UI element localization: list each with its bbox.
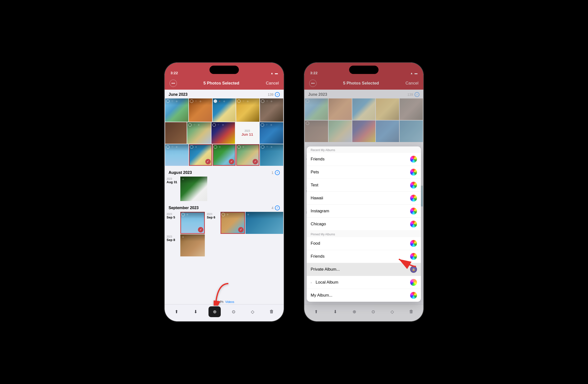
sep-check-1[interactable]: ✓: [275, 205, 280, 210]
album-color-icon: [410, 195, 417, 202]
bottom-toolbar-1: ⬆ ⬇ ⊕ ⊙ ◇ 🗑: [165, 304, 284, 321]
wifi-icon-1: ▲: [271, 72, 273, 75]
download-button-1[interactable]: ⬇: [189, 306, 202, 317]
photo-count-label: 591 Ph Videos: [165, 300, 284, 304]
sep-title-1: September 2023: [168, 206, 199, 210]
popup-item-chicago[interactable]: Chicago: [307, 218, 421, 231]
photo-cell-selected[interactable]: ◇ ✓: [236, 144, 259, 166]
photo-cell[interactable]: ♡ ◇: [260, 144, 283, 166]
sep6-label: 2023 Sep 6: [205, 212, 220, 234]
photo-cell[interactable]: ♡ ◇: [165, 122, 187, 144]
tag-icon: ◇: [226, 213, 229, 216]
photo-cell[interactable]: ♡ ◇: [187, 122, 211, 144]
trash-icon-1: 🗑: [270, 309, 274, 314]
share-button-1[interactable]: ⬆: [170, 306, 183, 317]
popup-item-private-album[interactable]: Private Album... 🔒: [307, 263, 421, 276]
more-button-1[interactable]: •••: [169, 80, 177, 87]
tag-button-1[interactable]: ◇: [247, 306, 259, 317]
june-title-1: June 2023: [168, 92, 188, 97]
photo-cell[interactable]: ♡ ◇: [260, 99, 283, 122]
sep8-label: 2023 Sep 8: [165, 234, 180, 256]
album-color-icon: [410, 169, 417, 176]
circle-icon: [166, 145, 169, 149]
june-check-1[interactable]: ✓: [275, 92, 280, 97]
popup-item-food[interactable]: Food: [307, 237, 421, 250]
heart-icon: ♡: [217, 123, 220, 127]
popup-item-test[interactable]: Test: [307, 179, 421, 192]
heart-icon: ♡: [170, 145, 174, 149]
circle-icon: [214, 145, 217, 149]
ellipsis-icon-1: •••: [171, 81, 175, 85]
content-1: June 2023 139 ✓ ♡ ◇: [165, 90, 284, 304]
phone-1-screen: 3:22 ▲ ▬ ••• 5 Photos Selected Cancel Ju…: [165, 63, 284, 321]
popup-item-instagram[interactable]: Instagram: [307, 205, 421, 218]
aug-header-1: August 2023 1 ✓: [165, 168, 284, 177]
popup-item-my-album[interactable]: My Album...: [307, 289, 421, 302]
dynamic-island-1: [210, 66, 239, 74]
june-row1: ♡ ◇ ♡ ◇ ♥ ◇: [165, 99, 284, 122]
videos-link[interactable]: Videos: [225, 300, 234, 304]
delete-button-1[interactable]: 🗑: [266, 306, 278, 317]
phone-2-screen: 3:22 ▲ ▬ ••• 5 Photos Selected Cancel Ju…: [304, 63, 423, 321]
album-color-icon: [410, 182, 417, 189]
sep-row2: 2023 Sep 8 ◇: [165, 234, 284, 256]
tag-icon: ◇: [199, 100, 202, 103]
aug-check-1[interactable]: ✓: [275, 170, 280, 175]
heart-icon: ♡: [242, 100, 245, 103]
photo-cell[interactable]: ♥ ◇: [213, 99, 236, 122]
photo-cell[interactable]: ♡ ◇: [165, 99, 189, 122]
photo-cell-selected[interactable]: ◇ ✓: [213, 144, 236, 166]
album-color-icon: [410, 292, 417, 299]
photo-cell[interactable]: ♡ ◇: [260, 122, 283, 144]
photo-cell[interactable]: ♡ ◇: [236, 99, 259, 122]
popup-item-friends2[interactable]: Friends: [307, 250, 421, 263]
phone-2: 3:22 ▲ ▬ ••• 5 Photos Selected Cancel Ju…: [304, 62, 424, 322]
add-to-album-button-1[interactable]: ⊕: [209, 306, 221, 317]
tag-icon: ◇: [175, 145, 178, 149]
photo-cell-selected[interactable]: ◇ ✓: [180, 212, 205, 234]
sep-count-1: 4 ✓: [272, 205, 280, 210]
popup-section2-label: Pinned My Albums: [307, 231, 421, 237]
date-year: 2023: [245, 130, 250, 132]
tag-icon: ◇: [181, 235, 185, 239]
aug-title-1: August 2023: [168, 170, 192, 175]
photo-cell[interactable]: ♡ ◇: [165, 144, 189, 166]
photo-cell[interactable]: ♡ ◇: [189, 99, 212, 122]
popup-item-pets[interactable]: Pets: [307, 166, 421, 179]
date-cell-jun11[interactable]: 2023 Jun 11: [235, 122, 259, 144]
june-count-1: 139 ✓: [268, 92, 280, 97]
sep-row1: 2023 Sep 5 ◇ ✓ 2023 Sep 6: [165, 212, 284, 234]
nav-title-1: 5 Photos Selected: [203, 81, 239, 86]
popup-item-label: Friends: [311, 254, 325, 259]
tag-icon: ◇: [242, 145, 245, 149]
album-color-icon: [410, 253, 417, 260]
popup-item-friends1[interactable]: Friends: [307, 153, 421, 166]
photo-cell-selected[interactable]: ◇ ✓: [189, 144, 212, 166]
tag-icon: ◇: [181, 178, 185, 181]
photo-cell-selected[interactable]: ◇ ✓: [220, 212, 245, 234]
album-color-icon: [410, 208, 417, 215]
photo-placeholder-bg: [165, 122, 187, 144]
popup-item-hawaii[interactable]: Hawaii: [307, 192, 421, 205]
popup-item-label: Instagram: [311, 209, 329, 214]
duplicate-button-1[interactable]: ⊙: [228, 306, 240, 317]
cancel-button-1[interactable]: Cancel: [266, 81, 279, 86]
popup-item-label: Chicago: [311, 222, 326, 226]
photo-cell[interactable]: ◇: [180, 177, 207, 201]
tag-icon-tb-1: ◇: [251, 309, 254, 314]
tag-icon: ◇: [270, 100, 273, 103]
popup-item-label: Hawaii: [311, 196, 323, 201]
popup-item-label: Private Album...: [311, 267, 340, 272]
tag-icon: ◇: [218, 145, 221, 149]
popup-item-local-album[interactable]: › Local Album: [307, 276, 421, 289]
photo-cell[interactable]: ◇: [180, 234, 205, 256]
circle-icon: [237, 100, 241, 103]
album-popup-menu: Recent My Albums Friends Pets Test Hawai…: [307, 146, 421, 302]
photo-cell[interactable]: ♡ ◇: [211, 122, 235, 144]
album-color-icon: [410, 221, 417, 227]
select-checkmark: ✓: [205, 159, 211, 164]
copy-icon-1: ⊙: [232, 309, 235, 314]
album-color-icon: [410, 279, 417, 286]
photo-cell[interactable]: ◇: [246, 212, 283, 234]
album-color-icon: [410, 240, 417, 247]
